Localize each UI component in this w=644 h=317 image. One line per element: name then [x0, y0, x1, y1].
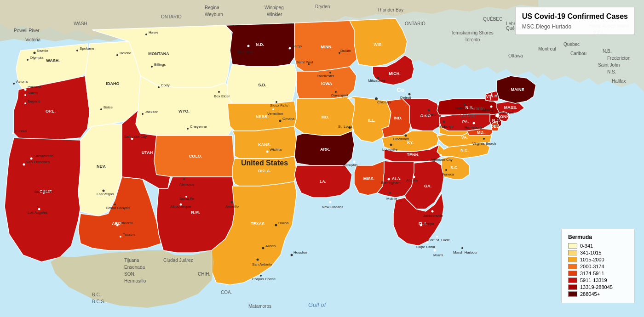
- svg-point-202: [434, 249, 436, 252]
- legend-item: 13319-288045: [568, 284, 628, 290]
- svg-point-116: [151, 66, 153, 68]
- svg-point-102: [13, 83, 15, 85]
- svg-point-106: [23, 164, 25, 166]
- title-box: US Covid-19 Confirmed Cases MSC.Diego Hu…: [515, 7, 635, 35]
- svg-point-124: [187, 128, 189, 130]
- svg-point-196: [420, 224, 422, 226]
- svg-point-164: [257, 259, 259, 261]
- legend-color-swatch: [568, 291, 577, 297]
- svg-point-136: [120, 236, 121, 238]
- svg-point-132: [114, 204, 116, 205]
- svg-point-186: [388, 178, 390, 181]
- svg-point-174: [339, 52, 340, 54]
- legend-title: Bermuda: [568, 234, 628, 240]
- legend-label: 341-1015: [580, 250, 602, 255]
- svg-point-222: [495, 114, 498, 117]
- svg-point-180: [375, 97, 378, 100]
- svg-point-194: [431, 210, 434, 213]
- svg-text:United States: United States: [241, 159, 288, 167]
- svg-point-114: [116, 54, 118, 56]
- svg-point-120: [100, 108, 102, 110]
- legend-color-swatch: [568, 264, 577, 269]
- legend-color-swatch: [568, 284, 577, 290]
- svg-point-228: [440, 154, 442, 157]
- svg-point-152: [276, 101, 277, 103]
- svg-point-168: [291, 254, 293, 256]
- svg-text:Gulf of: Gulf of: [308, 301, 327, 308]
- svg-point-138: [183, 178, 185, 180]
- svg-point-112: [12, 132, 14, 134]
- svg-point-134: [116, 224, 119, 226]
- svg-point-176: [377, 77, 380, 79]
- svg-point-204: [461, 247, 463, 249]
- svg-point-206: [405, 135, 407, 137]
- svg-point-218: [473, 122, 475, 125]
- svg-point-210: [428, 109, 430, 112]
- svg-point-220: [490, 106, 493, 108]
- svg-point-154: [279, 120, 282, 122]
- svg-text:Co: Co: [397, 86, 404, 93]
- svg-point-160: [275, 224, 277, 226]
- svg-point-122: [142, 113, 144, 115]
- svg-point-100: [24, 102, 26, 104]
- svg-point-148: [289, 47, 291, 50]
- svg-point-156: [266, 151, 269, 153]
- legend-item: 1015-2000: [568, 257, 628, 262]
- legend-label: 5911-13319: [580, 277, 607, 283]
- svg-point-224: [483, 138, 485, 140]
- svg-point-178: [329, 72, 331, 74]
- svg-point-94: [76, 50, 78, 51]
- legend-label: 0-341: [580, 243, 593, 249]
- svg-point-182: [349, 127, 351, 129]
- svg-point-146: [247, 45, 250, 47]
- svg-point-144: [218, 91, 220, 93]
- legend-item: 288045+: [568, 291, 628, 297]
- legend-label: 2000-3174: [580, 264, 604, 269]
- svg-point-166: [260, 275, 262, 277]
- legend-item: 2000-3174: [568, 264, 628, 269]
- svg-point-128: [158, 86, 160, 88]
- svg-point-192: [413, 176, 415, 178]
- svg-point-108: [43, 192, 45, 194]
- svg-point-118: [145, 34, 147, 35]
- svg-point-98: [24, 94, 26, 96]
- legend-color-swatch: [568, 243, 577, 249]
- map-subtitle: MSC.Diego Hurtado: [522, 23, 628, 30]
- legend-item: 0-341: [568, 243, 628, 249]
- legend-color-swatch: [568, 271, 577, 276]
- map-container: WASH. ORE. CALIF. IDAHO NEV. ARIZ. MONTA…: [0, 0, 644, 317]
- svg-point-216: [443, 121, 445, 123]
- svg-point-198: [436, 236, 438, 238]
- svg-point-214: [464, 104, 466, 106]
- svg-point-90: [34, 52, 36, 54]
- legend-item: 3174-5911: [568, 271, 628, 276]
- svg-point-126: [131, 138, 133, 140]
- svg-point-110: [38, 208, 40, 210]
- legend-label: 3174-5911: [580, 271, 604, 276]
- legend-color-swatch: [568, 277, 577, 283]
- svg-point-188: [389, 192, 391, 194]
- legend-label: 1015-2000: [580, 257, 604, 262]
- svg-point-104: [30, 158, 33, 160]
- map-title: US Covid-19 Confirmed Cases: [522, 12, 628, 22]
- svg-point-190: [329, 201, 332, 204]
- legend-color-swatch: [568, 257, 577, 262]
- svg-point-140: [180, 204, 182, 206]
- svg-point-184: [353, 161, 356, 163]
- legend-color-swatch: [568, 250, 577, 255]
- svg-point-130: [103, 190, 105, 192]
- svg-point-158: [231, 201, 233, 204]
- svg-point-172: [335, 91, 337, 93]
- legend-item: 5911-13319: [568, 277, 628, 283]
- svg-point-208: [390, 144, 392, 146]
- legend-item: 341-1015: [568, 250, 628, 255]
- svg-point-200: [426, 242, 428, 243]
- svg-point-92: [27, 59, 29, 61]
- legend-label: 13319-288045: [580, 284, 613, 290]
- svg-point-150: [272, 108, 274, 110]
- legend-label: 288045+: [580, 291, 600, 297]
- svg-point-226: [445, 169, 447, 171]
- svg-point-96: [24, 89, 27, 91]
- legend-box: Bermuda 0-341341-10151015-20002000-31743…: [561, 229, 635, 303]
- svg-point-212: [408, 93, 411, 96]
